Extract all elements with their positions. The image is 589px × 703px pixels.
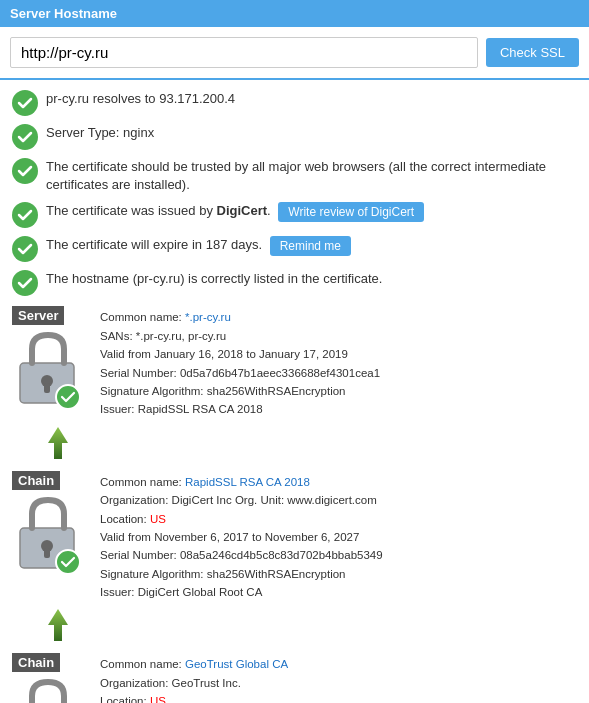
check-item-3: The certificate was issued by DigiCert. … — [12, 202, 577, 228]
cert-label-box-server: Server — [12, 306, 100, 412]
check-text-0: pr-cy.ru resolves to 93.171.200.4 — [46, 90, 577, 108]
arrow-down-icon-2 — [40, 607, 76, 643]
lock-icon-chain-2 — [12, 674, 84, 703]
check-item-0: pr-cy.ru resolves to 93.171.200.4 — [12, 90, 577, 116]
svg-point-2 — [12, 158, 38, 184]
lock-icon-server — [12, 327, 84, 409]
svg-point-1 — [12, 124, 38, 150]
cert-card-chain-1: Chain Common name: RapidSSL RSA CA 2018 … — [12, 471, 577, 602]
hostname-input[interactable] — [10, 37, 478, 68]
cert-card-server: Server Common name: *.pr-cy.ru SANs: *.p… — [12, 306, 577, 418]
check-icon-4 — [12, 236, 38, 262]
url-bar: Check SSL — [0, 27, 589, 80]
svg-point-14 — [56, 550, 80, 574]
svg-rect-13 — [44, 548, 50, 558]
svg-rect-8 — [44, 383, 50, 393]
check-item-1: Server Type: nginx — [12, 124, 577, 150]
check-text-4: The certificate will expire in 187 days.… — [46, 236, 577, 256]
check-text-2: The certificate should be trusted by all… — [46, 158, 577, 194]
svg-point-9 — [56, 385, 80, 409]
arrow-down-icon-1 — [40, 425, 76, 461]
svg-marker-15 — [48, 609, 68, 641]
cert-label-box-chain-2: Chain — [12, 653, 100, 703]
check-icon-1 — [12, 124, 38, 150]
check-item-4: The certificate will expire in 187 days.… — [12, 236, 577, 262]
cert-label-chain-1: Chain — [12, 471, 60, 490]
lock-icon-chain-1 — [12, 492, 84, 574]
cert-details-server: Common name: *.pr-cy.ru SANs: *.pr-cy.ru… — [100, 306, 577, 418]
svg-point-3 — [12, 202, 38, 228]
check-text-3: The certificate was issued by DigiCert. … — [46, 202, 577, 222]
svg-point-4 — [12, 236, 38, 262]
cert-card-chain-2: Chain Common name: GeoTrust Global CA Or… — [12, 653, 577, 703]
check-icon-3 — [12, 202, 38, 228]
remind-me-button[interactable]: Remind me — [270, 236, 351, 256]
check-item-5: The hostname (pr-cy.ru) is correctly lis… — [12, 270, 577, 296]
cert-label-chain-2: Chain — [12, 653, 60, 672]
check-item-2: The certificate should be trusted by all… — [12, 158, 577, 194]
cert-label-server: Server — [12, 306, 64, 325]
arrow-down-1 — [12, 425, 577, 461]
results-area: pr-cy.ru resolves to 93.171.200.4 Server… — [0, 80, 589, 703]
arrow-down-2 — [12, 607, 577, 643]
svg-marker-10 — [48, 427, 68, 459]
check-text-5: The hostname (pr-cy.ru) is correctly lis… — [46, 270, 577, 288]
svg-point-5 — [12, 270, 38, 296]
check-text-1: Server Type: nginx — [46, 124, 577, 142]
cert-details-chain-2: Common name: GeoTrust Global CA Organiza… — [100, 653, 577, 703]
cert-details-chain-1: Common name: RapidSSL RSA CA 2018 Organi… — [100, 471, 577, 602]
header-title: Server Hostname — [10, 6, 117, 21]
check-icon-0 — [12, 90, 38, 116]
check-ssl-button[interactable]: Check SSL — [486, 38, 579, 67]
check-icon-5 — [12, 270, 38, 296]
header-bar: Server Hostname — [0, 0, 589, 27]
write-review-button[interactable]: Write review of DigiCert — [278, 202, 424, 222]
check-icon-2 — [12, 158, 38, 184]
svg-point-0 — [12, 90, 38, 116]
cert-label-box-chain-1: Chain — [12, 471, 100, 577]
